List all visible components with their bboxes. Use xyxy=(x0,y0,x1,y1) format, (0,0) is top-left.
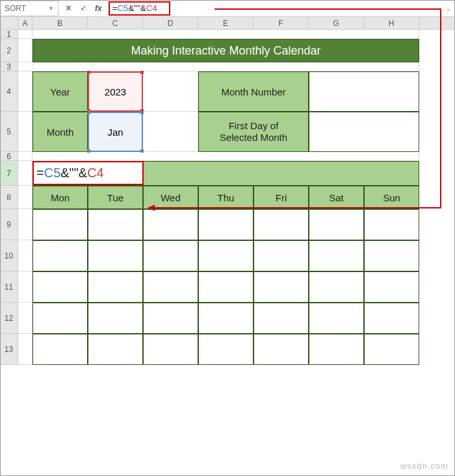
chevron-down-icon[interactable]: ▼ xyxy=(48,5,54,12)
row-header-10[interactable]: 10 xyxy=(0,240,18,271)
day-header-tue[interactable]: Tue xyxy=(88,186,143,209)
calendar-cell[interactable] xyxy=(364,303,419,334)
first-day-value-cell[interactable] xyxy=(309,112,419,152)
calendar-cell[interactable] xyxy=(254,303,309,334)
cell[interactable] xyxy=(18,62,32,71)
expand-icon[interactable]: ⌄ xyxy=(442,5,455,12)
calendar-cell[interactable] xyxy=(198,240,254,271)
row-header-2[interactable]: 2 xyxy=(0,39,18,62)
col-header-f[interactable]: F xyxy=(254,17,309,29)
calendar-cell[interactable] xyxy=(88,334,143,365)
row-header-13[interactable]: 13 xyxy=(0,334,18,365)
cell[interactable] xyxy=(143,71,198,112)
calendar-cell[interactable] xyxy=(364,334,419,365)
cell[interactable] xyxy=(18,30,32,39)
row-header-11[interactable]: 11 xyxy=(0,271,18,303)
calendar-cell[interactable] xyxy=(309,271,364,303)
calendar-cell[interactable] xyxy=(309,240,364,271)
cell[interactable] xyxy=(32,62,419,71)
cell[interactable] xyxy=(143,112,198,152)
row-header-8[interactable]: 8 xyxy=(0,186,18,209)
calendar-cell[interactable] xyxy=(309,209,364,240)
row-header-4[interactable]: 4 xyxy=(0,71,18,112)
calendar-cell[interactable] xyxy=(364,240,419,271)
calendar-cell[interactable] xyxy=(143,209,198,240)
calendar-cell[interactable] xyxy=(88,303,143,334)
title-cell[interactable]: Making Interactive Monthly Calendar xyxy=(32,39,419,62)
cell[interactable] xyxy=(18,186,32,209)
formula-edit-cell[interactable]: =C5&" "&C4 xyxy=(32,161,144,185)
col-header-h[interactable]: H xyxy=(364,17,419,29)
calendar-cell[interactable] xyxy=(309,334,364,365)
col-header-e[interactable]: E xyxy=(198,17,254,29)
cell[interactable] xyxy=(18,112,32,152)
calendar-cell[interactable] xyxy=(88,209,143,240)
calendar-cell[interactable] xyxy=(32,209,88,240)
day-header-sat[interactable]: Sat xyxy=(309,186,364,209)
calendar-cell[interactable] xyxy=(254,271,309,303)
day-header-wed[interactable]: Wed xyxy=(143,186,198,209)
month-number-label-cell[interactable]: Month Number xyxy=(198,71,309,112)
col-header-d[interactable]: D xyxy=(143,17,198,29)
calendar-cell[interactable] xyxy=(198,271,254,303)
cell[interactable] xyxy=(18,303,32,334)
col-header-g[interactable]: G xyxy=(309,17,364,29)
calendar-cell[interactable] xyxy=(198,209,254,240)
cell[interactable] xyxy=(18,334,32,365)
calendar-cell[interactable] xyxy=(88,271,143,303)
calendar-cell[interactable] xyxy=(364,271,419,303)
cell[interactable] xyxy=(18,209,32,240)
year-label-cell[interactable]: Year xyxy=(32,71,88,112)
select-all-corner[interactable] xyxy=(0,17,18,29)
calendar-cell[interactable] xyxy=(32,334,88,365)
calendar-cell[interactable] xyxy=(309,303,364,334)
calendar-cell[interactable] xyxy=(143,334,198,365)
formula-input[interactable]: =C5&" "&C4 xyxy=(109,1,170,16)
row-header-7[interactable]: 7 xyxy=(0,161,18,186)
calendar-cell[interactable] xyxy=(143,303,198,334)
month-value-cell[interactable]: Jan xyxy=(88,112,143,152)
col-header-b[interactable]: B xyxy=(32,17,88,29)
cancel-icon[interactable]: ✕ xyxy=(65,3,72,13)
calendar-cell[interactable] xyxy=(364,209,419,240)
cell[interactable] xyxy=(32,30,419,39)
calendar-cell[interactable] xyxy=(254,334,309,365)
calendar-cell[interactable] xyxy=(32,240,88,271)
cell[interactable] xyxy=(18,39,32,62)
first-day-label-cell[interactable]: First Day of Selected Month xyxy=(198,112,309,152)
cell[interactable] xyxy=(18,271,32,303)
merged-header-cell[interactable]: =C5&" "&C4 xyxy=(32,161,419,186)
month-number-value-cell[interactable] xyxy=(309,71,419,112)
calendar-cell[interactable] xyxy=(254,209,309,240)
calendar-cell[interactable] xyxy=(254,240,309,271)
day-header-fri[interactable]: Fri xyxy=(254,186,309,209)
cell[interactable] xyxy=(18,152,32,161)
cell[interactable] xyxy=(18,161,32,186)
day-header-sun[interactable]: Sun xyxy=(364,186,419,209)
name-box[interactable]: SORT ▼ xyxy=(0,1,58,16)
fx-icon[interactable]: fx xyxy=(95,4,102,13)
calendar-cell[interactable] xyxy=(198,334,254,365)
row-header-12[interactable]: 12 xyxy=(0,303,18,334)
cell[interactable] xyxy=(32,152,419,161)
row-header-5[interactable]: 5 xyxy=(0,112,18,152)
cell[interactable] xyxy=(18,240,32,271)
day-header-thu[interactable]: Thu xyxy=(198,186,254,209)
calendar-cell[interactable] xyxy=(143,240,198,271)
col-header-c[interactable]: C xyxy=(88,17,143,29)
calendar-cell[interactable] xyxy=(198,303,254,334)
row-header-1[interactable]: 1 xyxy=(0,30,18,39)
enter-icon[interactable]: ✓ xyxy=(80,3,87,13)
calendar-cell[interactable] xyxy=(32,303,88,334)
calendar-cell[interactable] xyxy=(143,271,198,303)
cell[interactable] xyxy=(18,71,32,112)
calendar-cell[interactable] xyxy=(88,240,143,271)
row-header-6[interactable]: 6 xyxy=(0,152,18,161)
month-label-cell[interactable]: Month xyxy=(32,112,88,152)
calendar-cell[interactable] xyxy=(32,271,88,303)
row-header-9[interactable]: 9 xyxy=(0,209,18,240)
col-header-a[interactable]: A xyxy=(18,17,32,29)
year-value-cell[interactable]: 2023 xyxy=(88,71,143,112)
row-header-3[interactable]: 3 xyxy=(0,62,18,71)
day-header-mon[interactable]: Mon xyxy=(32,186,88,209)
